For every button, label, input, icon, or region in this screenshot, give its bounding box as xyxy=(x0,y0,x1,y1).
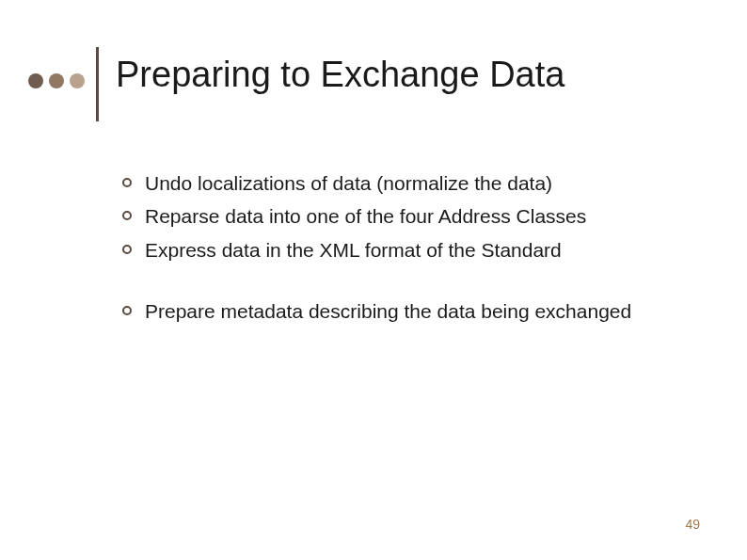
list-item: Prepare metadata describing the data bei… xyxy=(122,297,687,325)
slide-header: Preparing to Exchange Data xyxy=(28,47,564,121)
slide-content: Undo localizations of data (normalize th… xyxy=(122,169,687,331)
bullet-icon xyxy=(122,245,132,254)
dot-icon xyxy=(28,73,43,88)
bullet-text: Prepare metadata describing the data bei… xyxy=(145,297,687,325)
bullet-icon xyxy=(122,306,132,315)
bullet-text: Express data in the XML format of the St… xyxy=(145,236,687,264)
title-block: Preparing to Exchange Data xyxy=(96,47,564,121)
bullet-icon xyxy=(122,211,132,220)
decorative-dots xyxy=(28,73,85,88)
list-item: Undo localizations of data (normalize th… xyxy=(122,169,687,197)
bullet-text: Undo localizations of data (normalize th… xyxy=(145,169,687,197)
dot-icon xyxy=(70,73,85,88)
spacer xyxy=(122,269,687,297)
bullet-list-1: Undo localizations of data (normalize th… xyxy=(122,169,687,264)
page-number: 49 xyxy=(685,517,700,532)
bullet-text: Reparse data into one of the four Addres… xyxy=(145,202,687,230)
bullet-icon xyxy=(122,178,132,187)
list-item: Reparse data into one of the four Addres… xyxy=(122,202,687,230)
bullet-list-2: Prepare metadata describing the data bei… xyxy=(122,297,687,325)
list-item: Express data in the XML format of the St… xyxy=(122,236,687,264)
dot-icon xyxy=(49,73,64,88)
page-title: Preparing to Exchange Data xyxy=(116,55,564,95)
